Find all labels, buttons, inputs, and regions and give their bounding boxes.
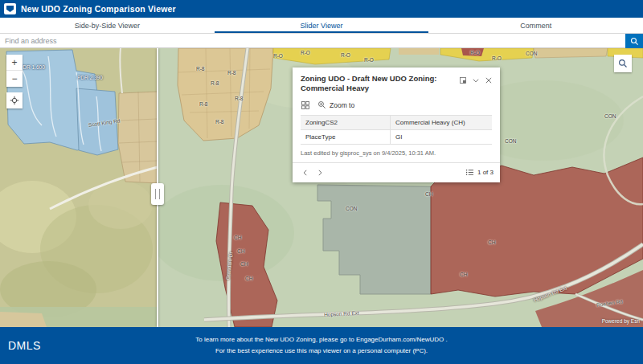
zoom-control: + − (6, 55, 23, 87)
last-edited-text: Last edited by gisproc_sys on 9/4/2025, … (293, 145, 500, 162)
popup-actions-button[interactable] (301, 100, 310, 110)
field-name: ZoningCS2 (301, 116, 391, 129)
grid-icon (301, 100, 310, 110)
zoom-to-button[interactable]: Zoom to (317, 100, 354, 109)
locate-button[interactable] (6, 92, 23, 108)
dock-button[interactable] (457, 74, 469, 87)
tab-side-by-side-viewer[interactable]: Side-by-Side Viewer (0, 18, 215, 33)
app-title: New UDO Zoning Comparison Viewer (21, 4, 176, 14)
chevron-right-icon (316, 169, 324, 177)
field-name: PlaceType (301, 130, 391, 144)
next-feature-button[interactable] (313, 166, 326, 179)
popup-title: Zoning UDO - Draft New UDO Zoning: Comme… (301, 74, 457, 94)
magnifier-plus-icon (317, 100, 326, 109)
grip-icon (155, 189, 160, 199)
ch-zone-polygon-top (461, 48, 484, 56)
swipe-slider-handle[interactable] (151, 183, 164, 205)
viewer-tabs: Side-by-Side Viewer Slider Viewer Commen… (0, 18, 643, 34)
zoom-out-button[interactable]: − (6, 71, 23, 87)
chevron-down-icon (472, 76, 480, 84)
feature-pager[interactable]: 1 of 3 (465, 168, 494, 177)
table-row: PlaceType GI (301, 130, 492, 145)
dock-icon (459, 76, 467, 84)
close-button[interactable] (482, 74, 495, 87)
search-icon (618, 59, 628, 68)
app-header: New UDO Zoning Comparison Viewer (0, 0, 643, 18)
old-zoning-map (0, 48, 158, 327)
footer-line1: To learn more about the New UDO Zoning, … (0, 334, 643, 346)
esri-attribution: Powered by Esri (602, 318, 640, 324)
zoom-in-button[interactable]: + (6, 55, 23, 71)
chevron-left-icon (301, 169, 309, 177)
attribute-table: ZoningCS2 Commercial Heavy (CH) PlaceTyp… (301, 115, 492, 145)
tab-comment[interactable]: Comment (428, 18, 643, 33)
tab-slider-viewer[interactable]: Slider Viewer (215, 18, 429, 33)
field-value: GI (391, 130, 492, 144)
search-icon (630, 37, 639, 46)
footer-brand: DMLS (8, 339, 41, 352)
search-button[interactable] (625, 34, 643, 48)
list-icon (465, 168, 474, 177)
map-search-button[interactable] (614, 55, 632, 72)
table-row: ZoningCS2 Commercial Heavy (CH) (301, 116, 492, 130)
field-value: Commercial Heavy (CH) (391, 116, 492, 129)
old-zoning-map-pane[interactable] (0, 48, 158, 327)
close-icon (485, 76, 493, 84)
locate-icon (10, 96, 19, 105)
address-search-bar (0, 34, 643, 48)
prev-feature-button[interactable] (299, 166, 312, 179)
durham-planning-logo-icon (4, 3, 16, 14)
address-search-input[interactable] (0, 34, 625, 47)
feature-popup: Zoning UDO - Draft New UDO Zoning: Comme… (293, 67, 500, 182)
app-footer: DMLS To learn more about the New UDO Zon… (0, 327, 643, 364)
footer-line2: For the best experience use this map vie… (0, 346, 643, 357)
zoom-to-label: Zoom to (330, 101, 354, 109)
collapse-button[interactable] (469, 74, 482, 87)
footer-message: To learn more about the New UDO Zoning, … (0, 327, 643, 356)
pager-count: 1 of 3 (477, 169, 494, 176)
